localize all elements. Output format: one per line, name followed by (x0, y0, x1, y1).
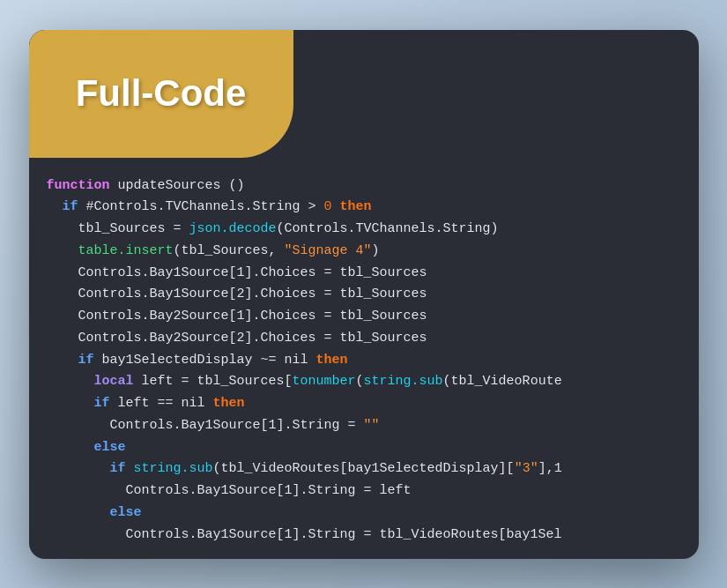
code-line-4: table.insert(tbl_Sources, "Signage 4") (47, 241, 681, 263)
code-line-11: if left == nil then (47, 393, 681, 415)
code-line-6: Controls.Bay1Source[2].Choices = tbl_Sou… (47, 284, 681, 306)
code-line-10: local left = tbl_Sources[tonumber(string… (47, 371, 681, 393)
header-badge: Full-Code (29, 30, 293, 158)
code-line-15: Controls.Bay1Source[1].String = left (47, 480, 681, 502)
code-block: function updateSources () if #Controls.T… (29, 167, 699, 559)
code-line-5: Controls.Bay1Source[1].Choices = tbl_Sou… (47, 263, 681, 285)
page-title: Full-Code (76, 72, 247, 115)
code-line-9: if bay1SelectedDisplay ~= nil then (47, 350, 681, 372)
code-line-16: else (47, 502, 681, 525)
code-line-8: Controls.Bay2Source[2].Choices = tbl_Sou… (47, 328, 681, 350)
code-line-17: Controls.Bay1Source[1].String = tbl_Vide… (47, 525, 681, 547)
main-card: Full-Code function updateSources () if #… (29, 30, 699, 559)
code-line-13: else (47, 437, 681, 459)
code-line-14: if string.sub(tbl_VideoRoutes[bay1Select… (47, 458, 681, 480)
code-line-2: if #Controls.TVChannels.String > 0 then (47, 197, 681, 219)
code-line-12: Controls.Bay1Source[1].String = "" (47, 415, 681, 437)
code-line-1: function updateSources () (47, 175, 681, 197)
code-line-7: Controls.Bay2Source[1].Choices = tbl_Sou… (47, 306, 681, 328)
code-line-3: tbl_Sources = json.decode(Controls.TVCha… (47, 219, 681, 241)
